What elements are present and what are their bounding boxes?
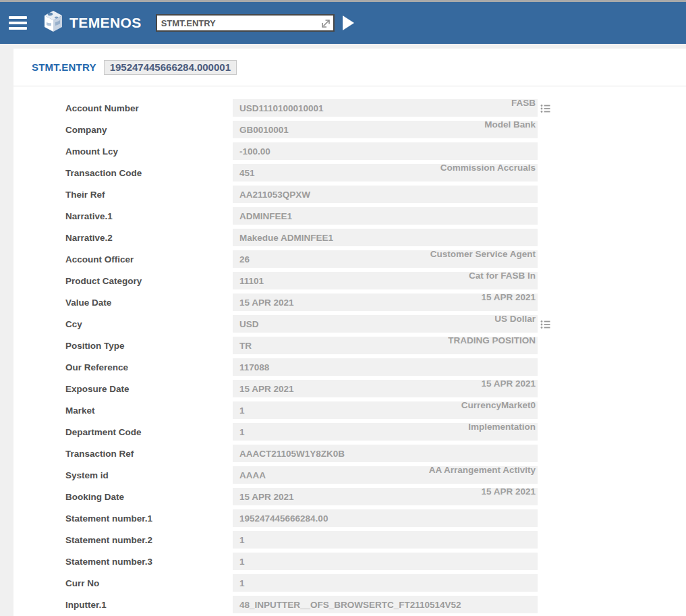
field-enrichment: Customer Service Agent <box>430 249 536 260</box>
field-value-box: 26Customer Service Agent <box>233 250 538 268</box>
field-value-box: 15 APR 202115 APR 2021 <box>233 488 538 505</box>
field-label: Curr No <box>65 578 99 588</box>
form-row: Account NumberUSD1110100010001FASB <box>13 99 686 117</box>
field-value: 117088 <box>239 362 269 372</box>
expand-arrow-icon[interactable] <box>320 18 331 31</box>
field-value: Makedue ADMINFEE1 <box>239 233 333 243</box>
form-row: Their RefAA211053QPXW <box>13 186 686 203</box>
form-row: Market1CurrencyMarket0 <box>13 401 686 419</box>
command-line-wrap <box>156 14 335 32</box>
field-value: ADMINFEE1 <box>239 211 292 221</box>
form-row: Booking Date15 APR 202115 APR 2021 <box>13 488 686 505</box>
form-row: Statement number.31 <box>13 553 686 570</box>
field-label: Amount Lcy <box>65 146 118 157</box>
field-value-box: AA211053QPXW <box>233 186 538 203</box>
field-value-box: 1 <box>233 531 538 549</box>
field-enrichment: Implementation <box>468 422 536 432</box>
field-value-box: 1 <box>233 553 538 570</box>
hamburger-menu-icon[interactable] <box>9 16 27 30</box>
field-label: Transaction Ref <box>65 449 134 459</box>
field-value-box: 15 APR 202115 APR 2021 <box>233 380 538 397</box>
form-row: Value Date15 APR 202115 APR 2021 <box>13 293 686 311</box>
command-input[interactable] <box>156 14 335 32</box>
field-value-box: USDUS Dollar <box>233 315 538 333</box>
field-value-box: 1 <box>233 574 538 592</box>
form-row: Curr No1 <box>13 574 686 592</box>
field-label: Position Type <box>65 341 125 351</box>
logo-text: TEMENOS <box>69 15 142 31</box>
field-value: 15 APR 2021 <box>239 492 294 502</box>
field-label: Narrative.2 <box>65 233 113 243</box>
form-row: Exposure Date15 APR 202115 APR 2021 <box>13 380 686 397</box>
form-row: Product Category11101Cat for FASB In <box>13 272 686 289</box>
field-label: Exposure Date <box>65 384 130 394</box>
field-value-box: 195247445666284.00 <box>233 509 538 527</box>
field-label: Transaction Code <box>65 168 142 178</box>
field-enrichment: 15 APR 2021 <box>481 292 536 303</box>
field-label: Product Category <box>65 276 142 286</box>
field-value: 1 <box>239 405 245 416</box>
field-label: Statement number.2 <box>65 535 152 545</box>
record-form: Account NumberUSD1110100010001FASBCompan… <box>13 86 686 613</box>
field-value: 195247445666284.00 <box>239 513 328 524</box>
field-value: 1 <box>239 578 245 588</box>
run-command-play-icon[interactable] <box>343 16 354 30</box>
page-title: STMT.ENTRY <box>32 61 96 73</box>
field-label: Account Officer <box>65 254 134 264</box>
list-lookup-icon[interactable] <box>540 104 550 116</box>
field-value: 26 <box>239 254 250 264</box>
field-enrichment: Commission Accruals <box>440 163 536 173</box>
field-label: Department Code <box>65 427 142 437</box>
form-row: System idAAAAAA Arrangement Activity <box>13 466 686 484</box>
field-value-box: 1Implementation <box>233 423 538 441</box>
field-value-box: AAACT21105W1Y8ZK0B <box>233 445 538 462</box>
record-title-row: STMT.ENTRY 195247445666284.000001 <box>13 49 686 86</box>
field-value-box: 117088 <box>233 358 538 376</box>
field-enrichment: 15 APR 2021 <box>481 486 536 497</box>
field-value-box: ADMINFEE1 <box>233 207 538 225</box>
field-label: Inputter.1 <box>65 600 107 610</box>
field-label: Our Reference <box>65 362 128 372</box>
field-value-box: Makedue ADMINFEE1 <box>233 229 538 246</box>
field-value: 48_INPUTTER__OFS_BROWSERTC_FT2110514V52 <box>239 600 461 610</box>
field-label: Statement number.1 <box>65 513 152 524</box>
field-enrichment: US Dollar <box>494 314 536 325</box>
list-lookup-icon[interactable] <box>540 320 550 332</box>
field-value: USD <box>239 319 259 329</box>
field-enrichment: FASB <box>511 98 536 109</box>
field-enrichment: 15 APR 2021 <box>481 379 536 389</box>
field-label: Market <box>65 405 95 416</box>
field-value-box: USD1110100010001FASB <box>233 99 538 117</box>
field-value: GB0010001 <box>239 125 289 135</box>
field-label: Value Date <box>65 298 111 308</box>
form-row: Transaction RefAAACT21105W1Y8ZK0B <box>13 445 686 462</box>
field-value: AA211053QPXW <box>239 190 310 200</box>
form-row: Transaction Code451Commission Accruals <box>13 164 686 181</box>
field-label: Company <box>65 125 107 135</box>
form-row: CompanyGB0010001Model Bank <box>13 121 686 138</box>
field-value-box: -100.00 <box>233 142 538 160</box>
app-header: TEMENOS <box>0 2 686 44</box>
field-value: -100.00 <box>239 146 270 157</box>
temenos-globe-cube-icon <box>42 10 64 36</box>
field-label: System id <box>65 470 109 480</box>
record-panel: STMT.ENTRY 195247445666284.000001 Accoun… <box>13 49 686 616</box>
form-row: Position TypeTRTRADING POSITION <box>13 337 686 354</box>
field-value: 15 APR 2021 <box>239 384 294 394</box>
field-value: 1 <box>239 427 245 437</box>
form-row: CcyUSDUS Dollar <box>13 315 686 333</box>
field-value: 451 <box>239 168 255 178</box>
field-value-box: GB0010001Model Bank <box>233 121 538 138</box>
field-value: 11101 <box>239 276 264 286</box>
field-enrichment: AA Arrangement Activity <box>429 465 536 476</box>
field-value-box: 48_INPUTTER__OFS_BROWSERTC_FT2110514V52 <box>233 596 538 613</box>
form-row: Our Reference117088 <box>13 358 686 376</box>
field-value-box: 451Commission Accruals <box>233 164 538 181</box>
field-label: Narrative.1 <box>65 211 113 221</box>
form-row: Narrative.1ADMINFEE1 <box>13 207 686 225</box>
form-row: Narrative.2Makedue ADMINFEE1 <box>13 229 686 246</box>
field-enrichment: CurrencyMarket0 <box>461 400 536 411</box>
field-value: 1 <box>239 535 245 545</box>
field-label: Statement number.3 <box>65 557 152 567</box>
field-enrichment: Model Bank <box>484 119 536 130</box>
